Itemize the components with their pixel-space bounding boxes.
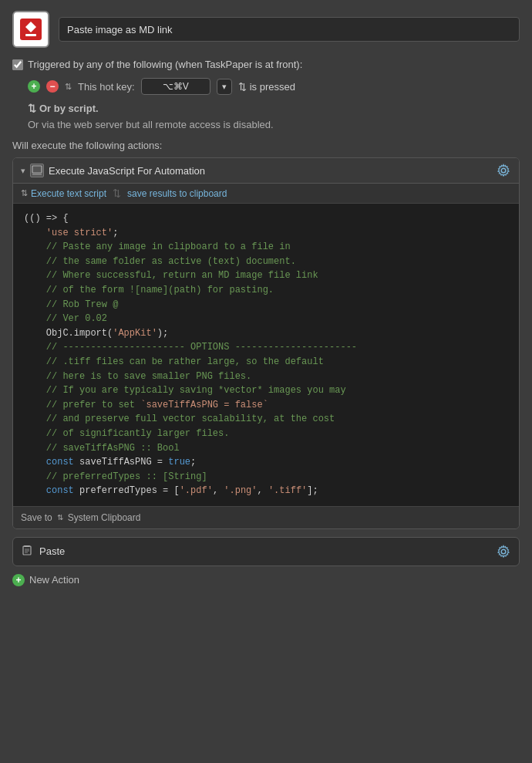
app-icon <box>12 11 49 48</box>
or-by-script-label: Or by script. <box>39 103 99 114</box>
execute-text-script-button[interactable]: Execute text script <box>31 188 106 199</box>
svg-point-7 <box>501 168 506 173</box>
hotkey-row: + − ⇅ This hot key: ⌥⌘V ▾ ⇅ is pressed <box>28 78 520 95</box>
updown-script-icon: ⇅ <box>28 103 36 114</box>
action-footer: Save to ⇅ System Clipboard <box>13 506 519 528</box>
paste-label: Paste <box>39 545 65 557</box>
app-container: Triggered by any of the following (when … <box>0 0 532 763</box>
or-via-web-text: Or via the web server but all remote acc… <box>28 119 274 130</box>
sub-header-separator: ⇅ <box>113 187 121 199</box>
or-via-web: Or via the web server but all remote acc… <box>28 119 520 130</box>
save-results-button[interactable]: save results to clipboard <box>127 188 227 199</box>
trigger-row: Triggered by any of the following (when … <box>12 59 520 70</box>
remove-hotkey-button[interactable]: − <box>46 80 59 93</box>
hotkey-label: This hot key: <box>78 81 135 93</box>
collapse-arrow[interactable]: ▾ <box>21 166 25 176</box>
action-header-left: ▾ Execute JavaScript For Automation <box>21 164 205 177</box>
paste-icon <box>21 544 33 559</box>
paste-left: Paste <box>21 544 65 559</box>
action-gear-icon[interactable] <box>496 163 511 178</box>
action-block: ▾ Execute JavaScript For Automation ⇅ <box>12 157 520 529</box>
action-header: ▾ Execute JavaScript For Automation <box>13 158 519 184</box>
is-pressed-label: ⇅ is pressed <box>238 81 295 93</box>
or-by-script: ⇅ Or by script. <box>28 103 520 114</box>
is-pressed-text: is pressed <box>250 81 295 93</box>
title-input[interactable] <box>59 17 520 42</box>
paste-action-block: Paste <box>12 537 520 566</box>
hotkey-dropdown[interactable]: ▾ <box>217 79 232 95</box>
action-icon-box <box>30 164 44 177</box>
paste-gear-icon[interactable] <box>496 544 511 559</box>
updown-icon: ⇅ <box>65 82 72 92</box>
header <box>12 11 520 48</box>
will-execute-label: Will execute the following actions: <box>12 140 520 151</box>
plus-icon: + <box>31 82 36 91</box>
trigger-checkbox[interactable] <box>12 59 23 70</box>
code-editor[interactable]: (() => { 'use strict'; // Paste any imag… <box>13 204 519 506</box>
trigger-checkbox-label[interactable]: Triggered by any of the following (when … <box>12 59 302 70</box>
trigger-label: Triggered by any of the following (when … <box>28 59 302 70</box>
new-action-row[interactable]: + New Action <box>12 574 520 586</box>
action-title: Execute JavaScript For Automation <box>49 165 205 177</box>
svg-point-13 <box>501 549 506 554</box>
is-pressed-updown-icon: ⇅ <box>238 81 247 93</box>
new-action-plus-icon: + <box>12 574 25 586</box>
new-action-label: New Action <box>29 574 79 586</box>
footer-updown-icon: ⇅ <box>57 513 63 522</box>
footer-save-label: Save to <box>21 512 52 523</box>
action-sub-header: ⇅ Execute text script ⇅ save results to … <box>13 184 519 204</box>
hotkey-combo: ⌥⌘V <box>141 78 210 95</box>
svg-rect-5 <box>32 166 42 173</box>
svg-rect-4 <box>25 34 36 36</box>
add-hotkey-button[interactable]: + <box>28 80 40 93</box>
footer-clipboard-label: System Clipboard <box>68 512 141 523</box>
sub-header-updown-icon: ⇅ <box>21 188 28 198</box>
minus-icon: − <box>49 82 55 91</box>
